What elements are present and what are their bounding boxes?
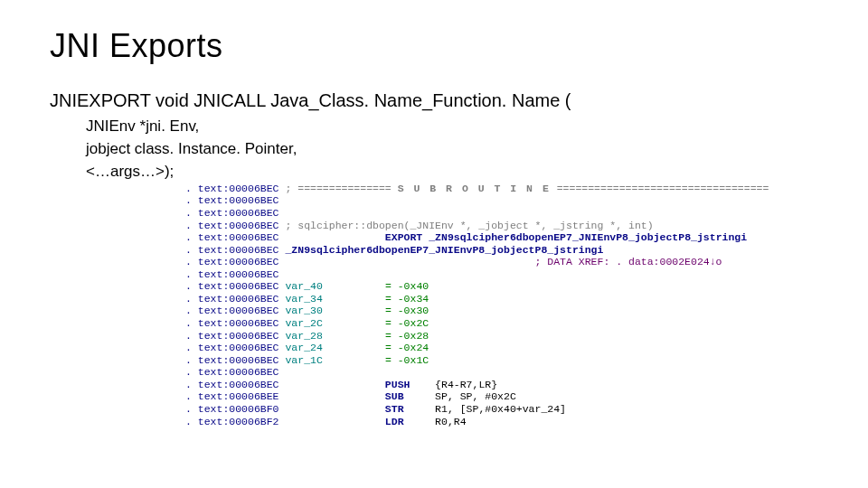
proto-comment: ; sqlcipher::dbopen(_JNIEnv *, _jobject … (285, 220, 653, 231)
jni-arg-2: <…args…>); (86, 162, 818, 183)
slide-title: JNI Exports (50, 27, 818, 65)
jni-arg-1: jobject class. Instance. Pointer, (86, 139, 818, 160)
subroutine-banner: S U B R O U T I N E (398, 183, 551, 194)
symbol-label: _ZN9sqlcipher6dbopenEP7_JNIEnvP8_jobject… (285, 244, 603, 256)
addr-prefix: . text: (185, 183, 229, 194)
data-xref: ; DATA XREF: . data:0002E024↓o (534, 256, 722, 267)
jni-declaration: JNIEXPORT void JNICALL Java_Class. Name_… (50, 90, 818, 111)
disassembly-listing: . text:00006BEC ; =============== S U B … (185, 183, 818, 427)
jni-arg-0: JNIEnv *jni. Env, (86, 117, 818, 137)
